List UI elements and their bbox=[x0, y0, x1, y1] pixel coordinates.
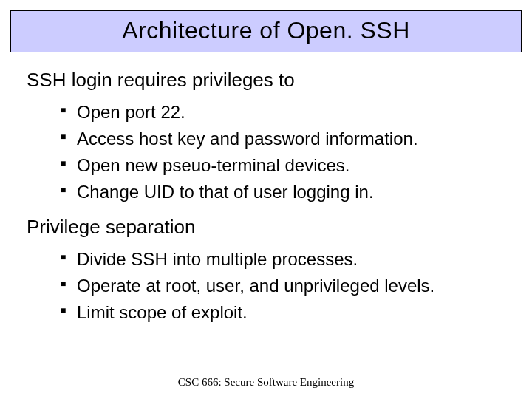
bullet-list: Divide SSH into multiple processes. Oper… bbox=[27, 246, 505, 326]
list-item: Open new pseuo-terminal devices. bbox=[61, 152, 505, 179]
slide-content: SSH login requires privileges to Open po… bbox=[0, 52, 532, 326]
bullet-list: Open port 22. Access host key and passwo… bbox=[27, 99, 505, 205]
list-item: Limit scope of exploit. bbox=[61, 299, 505, 326]
slide-title-bar: Architecture of Open. SSH bbox=[10, 10, 522, 52]
list-item: Change UID to that of user logging in. bbox=[61, 179, 505, 205]
list-item: Operate at root, user, and unprivileged … bbox=[61, 273, 505, 299]
section-heading: Privilege separation bbox=[27, 216, 505, 239]
list-item: Access host key and password information… bbox=[61, 126, 505, 152]
slide-title: Architecture of Open. SSH bbox=[11, 17, 521, 44]
list-item: Open port 22. bbox=[61, 99, 505, 126]
section-heading: SSH login requires privileges to bbox=[27, 69, 505, 92]
list-item: Divide SSH into multiple processes. bbox=[61, 246, 505, 273]
slide-footer: CSC 666: Secure Software Engineering bbox=[0, 376, 532, 389]
